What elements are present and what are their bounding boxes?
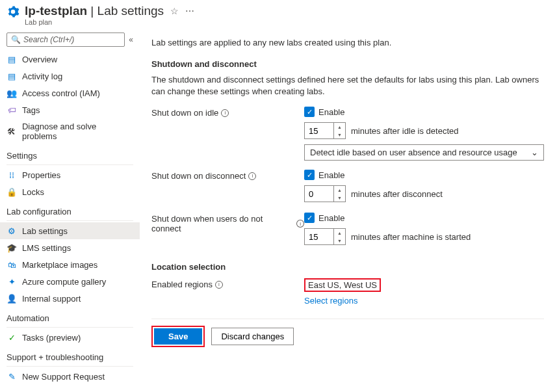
disconnect-suffix: minutes after disconnect	[351, 189, 443, 199]
info-icon[interactable]: i	[248, 172, 256, 180]
sidebar-item-label: Diagnose and solve problems	[22, 122, 133, 141]
save-highlight: Save	[151, 326, 205, 347]
favorite-star-icon[interactable]: ☆	[170, 6, 179, 16]
search-icon: 🔍	[11, 35, 21, 44]
collapse-sidebar-icon[interactable]: «	[129, 35, 133, 44]
location-heading: Location selection	[151, 262, 544, 272]
regions-label: Enabled regions	[151, 280, 213, 289]
idle-label: Shut down on idle	[151, 108, 218, 118]
shutdown-heading: Shutdown and disconnect	[151, 59, 544, 69]
sidebar-section-header: Settings	[0, 144, 140, 163]
access-icon: 👥	[6, 88, 17, 98]
sidebar-item-lab-settings[interactable]: ⚙Lab settings	[0, 222, 140, 239]
enabled-regions-value: East US, West US	[308, 280, 377, 290]
disconnect-minutes-spinner[interactable]: ▲▼	[304, 185, 346, 202]
resource-name: lp-testplan	[25, 4, 87, 18]
sidebar-item-lms[interactable]: 🎓LMS settings	[0, 239, 140, 256]
noconnect-minutes-input[interactable]	[305, 229, 333, 244]
sidebar-item-label: Overview	[22, 55, 57, 64]
sidebar-item-label: Azure compute gallery	[22, 277, 106, 287]
spinner-down-icon[interactable]: ▼	[334, 131, 345, 138]
sidebar-item-label: LMS settings	[22, 243, 71, 253]
sidebar-item-label: New Support Request	[22, 372, 105, 382]
sidebar-item-new-support[interactable]: ✎New Support Request	[0, 368, 140, 385]
spinner-up-icon[interactable]: ▲	[334, 186, 345, 194]
tasks-icon: ✓	[6, 332, 17, 343]
gear-icon	[6, 5, 19, 18]
noconnect-suffix: minutes after machine is started	[351, 232, 471, 242]
sidebar-item-label: Internal support	[22, 294, 81, 304]
spinner-up-icon[interactable]: ▲	[334, 123, 345, 131]
discard-button[interactable]: Discard changes	[211, 328, 294, 345]
sidebar-item-gallery[interactable]: ✦Azure compute gallery	[0, 273, 140, 290]
info-icon[interactable]: i	[215, 281, 223, 289]
sidebar-item-locks[interactable]: 🔒Locks	[0, 183, 140, 200]
divider	[6, 164, 133, 165]
divider	[6, 366, 133, 367]
noconnect-enable-label: Enable	[318, 213, 344, 223]
sidebar-section-header: Support + troubleshooting	[0, 346, 140, 365]
support-icon: 👤	[6, 293, 17, 304]
locks-icon: 🔒	[6, 187, 17, 197]
gallery-icon: ✦	[6, 276, 17, 287]
page-title: Lab settings	[97, 4, 164, 18]
tags-icon: 🏷	[6, 105, 17, 115]
idle-suffix: minutes after idle is detected	[351, 126, 458, 136]
more-actions-icon[interactable]: ⋯	[185, 6, 194, 16]
sidebar-item-properties[interactable]: ⁞⁞Properties	[0, 166, 140, 183]
idle-enable-label: Enable	[318, 107, 344, 117]
idle-enable-checkbox[interactable]: ✓	[304, 107, 315, 117]
sidebar-item-diagnose[interactable]: 🛠Diagnose and solve problems	[0, 118, 140, 144]
sidebar-item-label: Marketplace images	[22, 260, 97, 270]
disconnect-label: Shut down on disconnect	[151, 171, 246, 181]
sidebar-item-overview[interactable]: ▤Overview	[0, 51, 140, 68]
save-button[interactable]: Save	[154, 328, 202, 345]
sidebar: 🔍 Search (Ctrl+/) « ▤Overview▤Activity l…	[0, 29, 140, 391]
footer-bar: Save Discard changes	[151, 319, 544, 347]
disconnect-minutes-input[interactable]	[305, 186, 333, 202]
spinner-down-icon[interactable]: ▼	[334, 194, 345, 202]
properties-icon: ⁞⁞	[6, 170, 17, 180]
idle-minutes-spinner[interactable]: ▲▼	[304, 122, 346, 139]
search-input[interactable]: 🔍 Search (Ctrl+/)	[6, 33, 125, 47]
new-support-icon: ✎	[6, 371, 17, 382]
sidebar-item-support[interactable]: 👤Internal support	[0, 290, 140, 307]
sidebar-item-tasks[interactable]: ✓Tasks (preview)	[0, 329, 140, 346]
spinner-up-icon[interactable]: ▲	[334, 229, 345, 237]
divider	[6, 327, 133, 328]
sidebar-item-label: Access control (IAM)	[22, 88, 100, 98]
spinner-down-icon[interactable]: ▼	[334, 237, 345, 244]
chevron-down-icon: ⌄	[531, 148, 538, 157]
sidebar-item-tags[interactable]: 🏷Tags	[0, 101, 140, 118]
intro-text: Lab settings are applied to any new labs…	[151, 38, 544, 47]
overview-icon: ▤	[6, 54, 17, 64]
info-icon[interactable]: i	[221, 109, 229, 117]
idle-detection-dropdown[interactable]: Detect idle based on user absence and re…	[304, 144, 544, 161]
disconnect-enable-label: Enable	[318, 170, 344, 180]
lab-settings-icon: ⚙	[6, 226, 17, 236]
activity-icon: ▤	[6, 71, 17, 81]
sidebar-item-marketplace[interactable]: 🛍Marketplace images	[0, 256, 140, 273]
divider	[6, 220, 133, 221]
regions-highlight: East US, West US	[304, 278, 381, 292]
shutdown-desc: The shutdown and disconnect settings def…	[151, 74, 544, 98]
noconnect-enable-checkbox[interactable]: ✓	[304, 213, 315, 223]
disconnect-enable-checkbox[interactable]: ✓	[304, 170, 315, 180]
page-header: lp-testplan | Lab settings ☆ ⋯ Lab plan	[0, 0, 557, 29]
lms-icon: 🎓	[6, 242, 17, 253]
noconnect-label: Shut down when users do not connect	[151, 214, 294, 233]
sidebar-item-label: Activity log	[22, 72, 62, 81]
info-icon[interactable]: i	[296, 220, 304, 228]
main-content: Lab settings are applied to any new labs…	[140, 29, 557, 391]
sidebar-item-label: Tasks (preview)	[22, 333, 81, 343]
title-separator: |	[87, 4, 97, 18]
sidebar-item-activity[interactable]: ▤Activity log	[0, 68, 140, 85]
diagnose-icon: 🛠	[6, 126, 17, 137]
sidebar-item-label: Tags	[22, 105, 40, 115]
noconnect-minutes-spinner[interactable]: ▲▼	[304, 228, 346, 245]
resource-type: Lab plan	[25, 18, 551, 26]
sidebar-section-header: Lab configuration	[0, 200, 140, 219]
sidebar-item-access[interactable]: 👥Access control (IAM)	[0, 85, 140, 101]
idle-minutes-input[interactable]	[305, 123, 333, 138]
select-regions-link[interactable]: Select regions	[304, 296, 357, 306]
